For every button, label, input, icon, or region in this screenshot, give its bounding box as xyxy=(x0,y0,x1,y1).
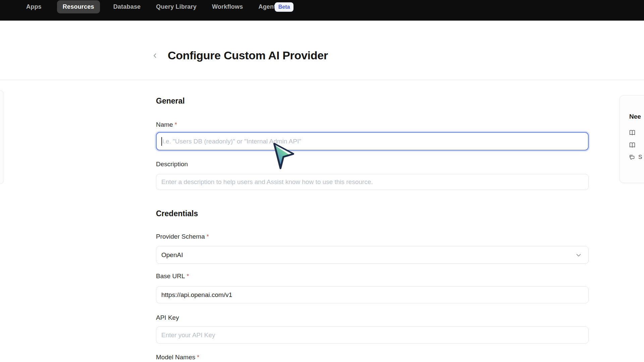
help-link-docs-2[interactable] xyxy=(629,141,636,149)
api-key-input[interactable]: Enter your API Key xyxy=(156,326,589,344)
description-input[interactable]: Enter a description to help users and As… xyxy=(156,174,589,190)
help-link-label: S xyxy=(638,154,642,161)
chat-icon xyxy=(629,154,635,161)
beta-badge: Beta xyxy=(275,2,294,12)
base-url-value: https://api.openai.com/v1 xyxy=(161,291,232,299)
description-placeholder: Enter a description to help users and As… xyxy=(161,178,373,186)
help-link-support[interactable]: S xyxy=(629,154,642,161)
section-heading-credentials: Credentials xyxy=(156,209,198,218)
required-asterisk: * xyxy=(207,233,209,240)
description-field-label: Description xyxy=(156,161,188,168)
top-navigation-bar: Apps Resources Database Query Library Wo… xyxy=(0,0,644,21)
chevron-down-icon xyxy=(575,251,582,259)
name-label-text: Name xyxy=(156,121,173,128)
text-caret xyxy=(161,137,162,146)
help-panel: Nee xyxy=(620,95,644,183)
required-asterisk: * xyxy=(187,273,189,280)
section-heading-general: General xyxy=(156,97,185,106)
api-key-field-label: API Key xyxy=(156,314,179,321)
header-divider xyxy=(0,80,644,80)
base-url-label-text: Base URL xyxy=(156,273,185,280)
provider-schema-field-label: Provider Schema* xyxy=(156,233,209,240)
chevron-left-icon xyxy=(151,52,159,59)
base-url-field-label: Base URL* xyxy=(156,273,189,280)
help-panel-title: Nee xyxy=(629,113,641,120)
book-icon xyxy=(629,141,636,149)
api-key-placeholder: Enter your API Key xyxy=(161,331,215,339)
required-asterisk: * xyxy=(175,121,177,128)
page-title: Configure Custom AI Provider xyxy=(168,49,328,62)
nav-tab-resources[interactable]: Resources xyxy=(57,0,100,13)
name-placeholder: i.e. "Users DB (readonly)" or "Internal … xyxy=(163,138,301,145)
model-names-field-label: Model Names* xyxy=(156,354,199,361)
nav-tab-database[interactable]: Database xyxy=(113,3,141,10)
nav-tab-workflows[interactable]: Workflows xyxy=(212,3,243,10)
base-url-input[interactable]: https://api.openai.com/v1 xyxy=(156,286,589,303)
name-input[interactable]: i.e. "Users DB (readonly)" or "Internal … xyxy=(156,132,589,150)
back-button[interactable] xyxy=(150,50,160,61)
provider-schema-label-text: Provider Schema xyxy=(156,233,205,240)
nav-tab-query-library[interactable]: Query Library xyxy=(156,3,197,10)
provider-schema-value: OpenAI xyxy=(161,251,183,259)
left-panel-edge xyxy=(0,90,3,184)
nav-tab-apps[interactable]: Apps xyxy=(26,3,42,10)
book-icon xyxy=(629,129,636,136)
required-asterisk: * xyxy=(197,354,199,361)
model-names-label-text: Model Names xyxy=(156,354,195,361)
resource-config-page: Apps Resources Database Query Library Wo… xyxy=(0,0,644,362)
name-field-label: Name* xyxy=(156,121,177,128)
help-link-docs-1[interactable] xyxy=(629,129,636,136)
provider-schema-select[interactable]: OpenAI xyxy=(156,246,589,264)
